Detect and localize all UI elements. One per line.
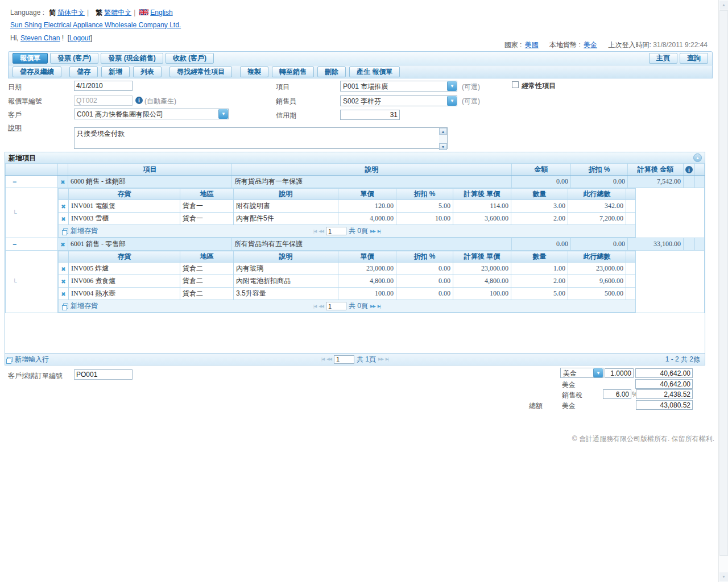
- collapse-minus-icon[interactable]: −: [8, 178, 16, 186]
- group-desc[interactable]: 所有貨品均有五年保護: [232, 238, 512, 251]
- stock-desc[interactable]: 附有說明書: [234, 200, 338, 213]
- tab-quotation[interactable]: 報價單: [13, 53, 48, 64]
- unit-price[interactable]: 100.00: [338, 288, 396, 300]
- lang-traditional-link[interactable]: 繁體中文: [104, 9, 131, 16]
- vertical-scrollbar[interactable]: ▲ ▼: [718, 0, 728, 582]
- recurring-item-checkbox[interactable]: [512, 81, 519, 88]
- info-icon[interactable]: i: [135, 97, 143, 104]
- first-page-icon[interactable]: |◀: [313, 304, 316, 309]
- stock-region[interactable]: 貨倉二: [180, 275, 234, 288]
- credit-period-input[interactable]: [340, 110, 400, 120]
- stock-desc[interactable]: 內附電池折扣商品: [234, 275, 338, 288]
- delete-row-icon[interactable]: ✖: [60, 179, 65, 185]
- logout-link[interactable]: Logout: [69, 34, 90, 42]
- qty[interactable]: 3.00: [511, 200, 568, 213]
- scrollbar-thumb[interactable]: [719, 10, 728, 556]
- stock-name[interactable]: INV001 電飯煲: [69, 200, 180, 213]
- group-discount[interactable]: 0.00: [571, 176, 628, 188]
- generate-quotation-button[interactable]: 產生 報價單: [349, 66, 400, 77]
- country-link[interactable]: 美國: [525, 41, 539, 49]
- customer-dropdown[interactable]: C001 高力快餐集團有限公司 ▼: [74, 109, 229, 119]
- stock-name[interactable]: INV006 煮食爐: [69, 275, 180, 288]
- discount[interactable]: 0.00: [396, 275, 453, 288]
- group-discount[interactable]: 0.00: [571, 238, 628, 251]
- unit-price[interactable]: 23,000.00: [338, 263, 396, 275]
- group-item[interactable]: 6000 銷售 - 速銷部: [68, 176, 232, 188]
- stock-name[interactable]: INV003 雪櫃: [69, 213, 180, 225]
- next-page-icon[interactable]: ▶▶: [378, 357, 383, 361]
- discount[interactable]: 0.00: [396, 288, 453, 300]
- stock-name[interactable]: INV004 熱水壺: [69, 288, 180, 300]
- po-number-input[interactable]: [74, 369, 133, 380]
- currency-select[interactable]: 美金 ▼: [560, 368, 603, 378]
- group-desc[interactable]: 所有貨品均有一年保護: [232, 176, 512, 188]
- discount[interactable]: 5.00: [396, 200, 453, 213]
- page-input[interactable]: [326, 302, 346, 310]
- save-and-continue-button[interactable]: 儲存及繼續: [13, 66, 61, 77]
- unit-price[interactable]: 4,800.00: [338, 275, 396, 288]
- prev-page-icon[interactable]: ◀◀: [326, 357, 332, 361]
- local-currency-link[interactable]: 美金: [584, 41, 597, 49]
- stock-region[interactable]: 貨倉二: [180, 288, 234, 300]
- add-stock-link[interactable]: 新增存貨: [63, 226, 98, 236]
- group-amount[interactable]: 0.00: [512, 238, 571, 251]
- stock-region[interactable]: 貨倉二: [180, 263, 234, 275]
- project-dropdown[interactable]: P001 市場推廣 ▼: [340, 81, 457, 92]
- scroll-up-icon[interactable]: ▲: [719, 1, 728, 10]
- query-button[interactable]: 查詢: [680, 53, 708, 64]
- tab-invoice-customer[interactable]: 發票 (客戶): [50, 53, 98, 64]
- discount[interactable]: 0.00: [396, 263, 453, 275]
- delete-row-icon[interactable]: ✖: [61, 278, 65, 285]
- qty[interactable]: 2.00: [511, 275, 568, 288]
- group-item[interactable]: 6001 銷售 - 零售部: [68, 238, 232, 251]
- delete-row-icon[interactable]: ✖: [61, 291, 65, 297]
- delete-button[interactable]: 刪除: [317, 66, 346, 77]
- add-stock-link[interactable]: 新增存貨: [63, 301, 98, 311]
- salesman-dropdown[interactable]: S002 李梓芬 ▼: [340, 95, 457, 106]
- tab-receipt-customer[interactable]: 收款 (客戶): [166, 53, 214, 64]
- user-name-link[interactable]: Steven Chan: [20, 34, 60, 42]
- lang-simplified-link[interactable]: 简体中文: [57, 9, 85, 16]
- chevron-down-icon[interactable]: ▼: [447, 81, 457, 91]
- prev-page-icon[interactable]: ◀◀: [318, 304, 324, 309]
- chevron-down-icon[interactable]: ▼: [447, 96, 457, 106]
- prev-page-icon[interactable]: ◀◀: [318, 229, 324, 234]
- stock-region[interactable]: 貨倉一: [180, 213, 234, 225]
- date-input[interactable]: [74, 81, 133, 91]
- tab-invoice-cash-sales[interactable]: 發票 (現金銷售): [101, 53, 163, 64]
- company-name-link[interactable]: Sun Shing Electrical Appliance Wholesale…: [10, 21, 181, 29]
- list-button[interactable]: 列表: [133, 66, 162, 77]
- unit-price[interactable]: 120.00: [338, 200, 396, 213]
- chevron-down-icon[interactable]: ▼: [218, 109, 228, 119]
- scroll-down-icon[interactable]: ▼: [439, 143, 447, 150]
- new-button[interactable]: 新增: [101, 66, 130, 77]
- delete-row-icon[interactable]: ✖: [61, 266, 65, 272]
- last-page-icon[interactable]: ▶|: [378, 229, 380, 234]
- last-page-icon[interactable]: ▶|: [378, 304, 380, 309]
- page-input[interactable]: [334, 355, 354, 364]
- qty[interactable]: 2.00: [511, 213, 568, 225]
- save-button[interactable]: 儲存: [69, 66, 98, 77]
- to-sales-button[interactable]: 轉至銷售: [272, 66, 314, 77]
- scroll-up-icon[interactable]: ▲: [439, 128, 447, 135]
- textarea-scrollbar[interactable]: ▲ ▼: [439, 128, 447, 150]
- lang-english-link[interactable]: English: [150, 9, 172, 16]
- group-amount[interactable]: 0.00: [512, 176, 571, 188]
- qty[interactable]: 1.00: [511, 263, 568, 275]
- find-recurring-items-button[interactable]: 尋找經常性項目: [169, 66, 232, 77]
- description-textarea[interactable]: 只接受現金付款: [74, 127, 448, 149]
- description-label-link[interactable]: 說明: [8, 123, 22, 133]
- page-input[interactable]: [326, 227, 346, 235]
- delete-row-icon[interactable]: ✖: [60, 242, 65, 248]
- scroll-down-icon[interactable]: ▼: [719, 572, 728, 581]
- unit-price[interactable]: 4,000.00: [338, 213, 396, 225]
- home-button[interactable]: 主頁: [649, 53, 677, 64]
- first-page-icon[interactable]: |◀: [313, 229, 316, 234]
- first-page-icon[interactable]: |◀: [321, 357, 324, 361]
- panel-collapse-button[interactable]: ▲: [693, 153, 702, 162]
- copy-button[interactable]: 複製: [240, 66, 268, 77]
- next-page-icon[interactable]: ▶▶: [370, 229, 375, 234]
- next-page-icon[interactable]: ▶▶: [370, 304, 375, 309]
- stock-desc[interactable]: 內有玻璃: [234, 263, 338, 275]
- collapse-minus-icon[interactable]: −: [8, 240, 16, 248]
